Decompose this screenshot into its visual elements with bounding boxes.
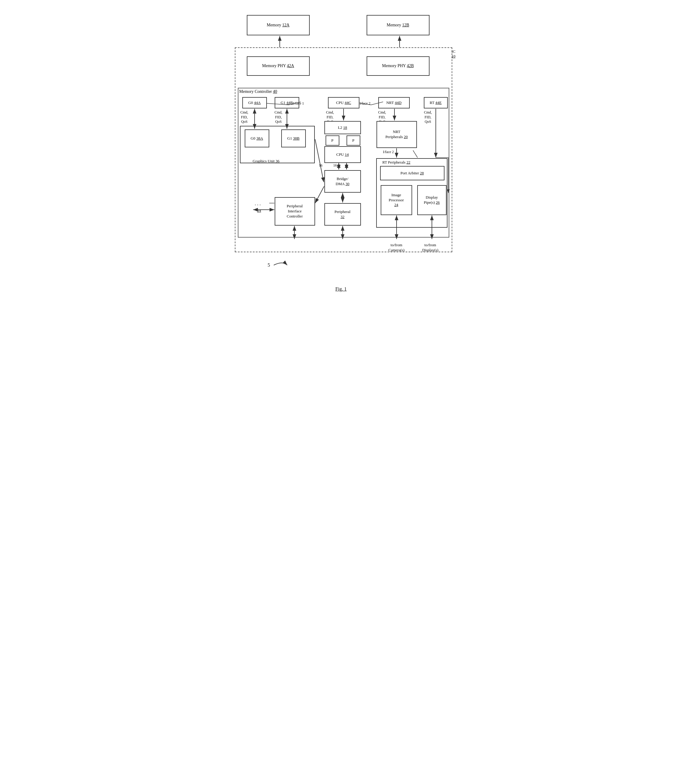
memory-12b-label: Memory 12B bbox=[387, 22, 409, 28]
cpu-14-box: CPU 14 bbox=[324, 146, 361, 163]
rt-44e-box: RT 44E bbox=[424, 97, 448, 108]
memory-12a-box: Memory 12A bbox=[247, 15, 310, 35]
p-left-label: P bbox=[331, 138, 333, 143]
peripheral-32-box: Peripheral32 bbox=[324, 203, 361, 226]
cmd-fid-qos-g0: Cmd,FID,QoS bbox=[241, 110, 248, 124]
iface2-rt-label: I/face 2 bbox=[383, 150, 394, 155]
bus-16-right-label: 16 bbox=[333, 163, 337, 168]
cpu-44c-box: CPU 44C bbox=[328, 97, 359, 108]
figure-label: Fig. 1 bbox=[230, 287, 452, 292]
to-from-display-label: to/fromDisplay(s) bbox=[422, 243, 438, 253]
display-pipe-26-box: DisplayPipe(s) 26 bbox=[417, 185, 446, 215]
memory-controller-label: Memory Controller 40 bbox=[239, 89, 277, 94]
memory-12a-label: Memory 12A bbox=[267, 22, 290, 28]
g0-38a-label: G0 38A bbox=[251, 136, 263, 141]
g1-38b-label: G1 38B bbox=[287, 136, 300, 141]
iface1-label: I/face 1 bbox=[293, 101, 304, 106]
pic-label: PeripheralInterfaceController bbox=[287, 204, 303, 219]
port-arbiter-28-label: Port Arbiter 28 bbox=[400, 171, 424, 176]
bridge-dma-30-box: Bridge/DMA 30 bbox=[324, 170, 361, 193]
g1-44b-label: G1 44B bbox=[280, 100, 293, 105]
g0-44a-label: G0 44A bbox=[248, 100, 261, 105]
memphy-42b-box: Memory PHY 42B bbox=[366, 56, 430, 76]
cpu-14-label: CPU 14 bbox=[336, 152, 349, 157]
graphics-unit-36-label: Graphics Unit 36 bbox=[253, 159, 280, 164]
cmd-fid-qos-g1: Cmd,FID,QoS bbox=[275, 110, 282, 124]
memphy-42a-box: Memory PHY 42A bbox=[247, 56, 310, 76]
l2-18-label: L2 18 bbox=[338, 125, 347, 130]
image-processor-24-box: ImageProcessor24 bbox=[381, 185, 412, 215]
nrt-peripherals-20-label: NRTPeripherals 20 bbox=[386, 129, 408, 140]
ref-5-label: 5 bbox=[268, 262, 270, 268]
l2-18-box: L2 18 bbox=[324, 121, 361, 134]
page-container: Memory 12A Memory 12B IC10 Memory PHY 42… bbox=[224, 6, 458, 310]
port-arbiter-28-box: Port Arbiter 28 bbox=[380, 166, 445, 180]
dots-label: . . . bbox=[255, 201, 261, 207]
display-pipe-26-label: DisplayPipe(s) 26 bbox=[424, 195, 440, 205]
memory-12b-box: Memory 12B bbox=[366, 15, 430, 35]
p-right-box: P bbox=[347, 135, 360, 146]
bridge-dma-30-label: Bridge/DMA 30 bbox=[336, 177, 349, 186]
pic-box: PeripheralInterfaceController bbox=[275, 197, 315, 226]
nrt-peripherals-20-box: NRTPeripherals 20 bbox=[376, 121, 417, 148]
rt-44e-label: RT 44E bbox=[430, 100, 442, 105]
peripheral-32-label: Peripheral32 bbox=[335, 209, 351, 220]
cmd-fid-qos-rt: Cmd,FID,QoS bbox=[424, 110, 432, 124]
memphy-42a-label: Memory PHY 42A bbox=[262, 63, 294, 69]
p-right-label: P bbox=[352, 138, 354, 143]
nrt-44d-label: NRT 44D bbox=[386, 100, 402, 105]
iface2-cpu-label: I/face 2 bbox=[360, 101, 371, 106]
to-from-camera-label: to/fromCamera(s) bbox=[389, 243, 405, 253]
cpu-44c-label: CPU 44C bbox=[336, 100, 351, 105]
g1-38b-box: G1 38B bbox=[281, 129, 306, 147]
g0-44a-box: G0 44A bbox=[242, 97, 267, 108]
g0-38a-box: G0 38A bbox=[245, 129, 269, 147]
bus-16-left-label: 16 bbox=[319, 163, 323, 168]
p-left-box: P bbox=[325, 135, 339, 146]
nrt-44d-box: NRT 44D bbox=[378, 97, 410, 108]
rt-peripherals-22-label: RT Peripherals 22 bbox=[382, 160, 411, 165]
label-34: 34 bbox=[257, 208, 261, 213]
image-processor-24-label: ImageProcessor24 bbox=[389, 193, 404, 208]
memphy-42b-label: Memory PHY 42B bbox=[382, 63, 414, 69]
ic-label: IC10 bbox=[452, 49, 456, 59]
diagram-area: Memory 12A Memory 12B IC10 Memory PHY 42… bbox=[230, 12, 458, 282]
